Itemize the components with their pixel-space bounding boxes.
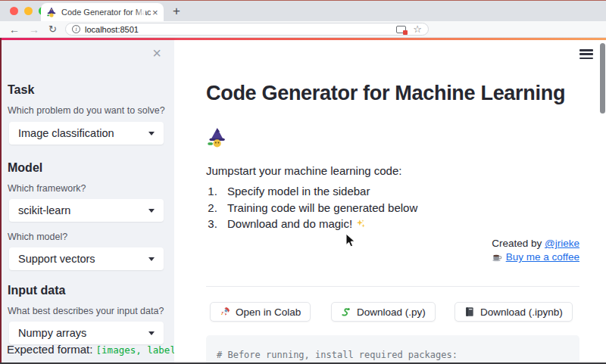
site-info-icon[interactable]: i (72, 25, 80, 33)
model-select-value: Support vectors (18, 253, 95, 265)
download-py-button[interactable]: Download (.py) (331, 302, 436, 322)
main-content: Code Generator for Machine Learning Jump… (174, 40, 606, 364)
tab-title-fade (135, 6, 145, 20)
browser-tab[interactable]: Code Generator for Machine L × (41, 3, 164, 21)
chevron-down-icon (148, 257, 155, 261)
step-item: Training code will be generated below (220, 201, 417, 214)
input-data-select-value: Numpy arrays (18, 327, 86, 339)
frame-edge-top (0, 0, 606, 1)
notebook-icon (464, 306, 475, 317)
steps-list: Specify model in the sidebar Training co… (210, 185, 417, 235)
reload-icon[interactable]: ↻ (48, 22, 57, 37)
button-label: Download (.ipynb) (480, 306, 563, 318)
chevron-down-icon (148, 209, 155, 213)
code-block: # Before running, install required packa… (206, 335, 579, 364)
coffee-line: Buy me a coffee (492, 250, 579, 263)
framework-select[interactable]: scikit-learn (9, 199, 164, 222)
model-label: Which model? (8, 232, 67, 242)
step-item: Download and do magic! (220, 217, 417, 232)
page-title: Code Generator for Machine Learning (206, 82, 565, 105)
credit-prefix: Created by (492, 238, 545, 249)
sidebar: × Task Which problem do you want to solv… (0, 40, 174, 364)
step-item: Specify model in the sidebar (220, 185, 417, 198)
frame-edge-left (0, 38, 2, 364)
task-select-value: Image classification (18, 127, 114, 139)
snake-icon (341, 306, 351, 317)
framework-select-value: scikit-learn (18, 204, 70, 216)
input-data-select[interactable]: Numpy arrays (9, 322, 164, 344)
model-select[interactable]: Support vectors (9, 247, 164, 270)
divider (206, 286, 579, 287)
button-label: Download (.py) (357, 306, 426, 318)
input-data-label: What best describes your input data? (8, 306, 164, 316)
forward-icon: → (29, 22, 39, 37)
expected-format: Expected format: [images, labels] (7, 343, 187, 356)
close-window-button[interactable] (10, 7, 18, 15)
sparkles-icon (355, 219, 366, 232)
coffee-link[interactable]: Buy me a coffee (506, 250, 579, 263)
model-heading: Model (8, 161, 42, 175)
chevron-down-icon (148, 331, 155, 335)
credit-line: Created by @jrieke (492, 237, 579, 250)
jrieke-link[interactable]: @jrieke (545, 238, 579, 249)
bookmark-star-icon[interactable]: ☆ (413, 24, 422, 34)
credit-block: Created by @jrieke Buy me a coffee (492, 237, 579, 263)
browser-toolbar: ← → ↻ i localhost:8501 ☆ ↻ (0, 21, 606, 38)
mage-icon (206, 127, 226, 148)
task-select[interactable]: Image classification (9, 122, 164, 145)
expected-format-label: Expected format: (7, 343, 92, 356)
rocket-icon (220, 306, 230, 317)
button-label: Open in Colab (236, 306, 301, 318)
input-data-heading: Input data (8, 284, 65, 297)
browser-window: Code Generator for Machine L × + ← → ↻ i… (0, 0, 606, 364)
task-heading: Task (8, 83, 34, 97)
mouse-cursor (345, 233, 356, 248)
address-bar[interactable]: i localhost:8501 ☆ (65, 23, 429, 36)
task-label: Which problem do you want to solve? (8, 105, 165, 116)
coffee-icon (492, 253, 502, 262)
scrollbar-thumb[interactable] (600, 43, 605, 114)
open-in-colab-button[interactable]: Open in Colab (210, 302, 311, 322)
back-icon[interactable]: ← (9, 22, 20, 37)
sidebar-close-icon[interactable]: × (152, 45, 161, 61)
tab-close-icon[interactable]: × (152, 8, 158, 17)
download-ipynb-button[interactable]: Download (.ipynb) (454, 302, 573, 322)
intro-text: Jumpstart your machine learning code: (206, 164, 401, 177)
minimize-window-button[interactable] (24, 7, 33, 15)
framework-label: Which framework? (8, 183, 86, 194)
expected-format-code: [images, labels] (96, 344, 187, 356)
mage-favicon-icon (46, 7, 57, 17)
new-tab-button[interactable]: + (173, 3, 180, 20)
browser-tab-strip: Code Generator for Machine L × + (0, 0, 606, 21)
url-text[interactable]: localhost:8501 (85, 25, 396, 34)
code-comment: # Before running, install required packa… (217, 350, 458, 360)
chevron-down-icon (148, 132, 155, 135)
menu-icon[interactable] (579, 49, 593, 59)
save-card-icon[interactable] (396, 26, 406, 33)
streamlit-app: × Task Which problem do you want to solv… (0, 40, 606, 364)
